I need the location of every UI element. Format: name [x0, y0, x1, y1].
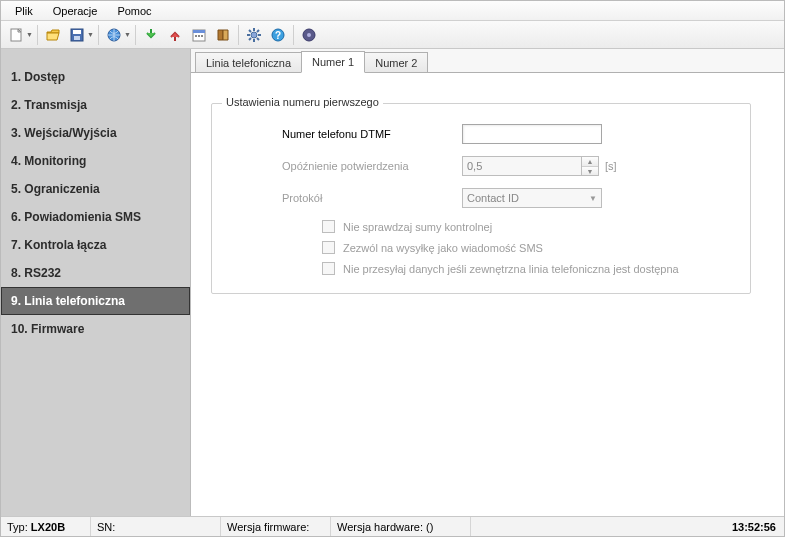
svg-point-24: [307, 33, 311, 37]
status-sn-label: SN:: [97, 521, 115, 533]
menubar: Plik Operacje Pomoc: [1, 1, 784, 21]
menu-operacje[interactable]: Operacje: [43, 3, 108, 19]
sidebar-item-wejscia-wyjscia[interactable]: 3. Wejścia/Wyjścia: [1, 119, 190, 147]
help-icon[interactable]: ?: [267, 24, 289, 46]
chk-sms: [322, 241, 335, 254]
phone-label: Numer telefonu DTMF: [282, 128, 462, 140]
svg-rect-4: [74, 36, 80, 40]
separator: [98, 25, 99, 45]
tab-bar: Linia telefoniczna Numer 1 Numer 2: [191, 49, 784, 73]
delay-label: Opóźnienie potwierdzenia: [282, 160, 462, 172]
phone-input[interactable]: [462, 124, 602, 144]
spin-down-icon: ▼: [582, 166, 598, 175]
toolbar: ▼ ▼ ▼ ?: [1, 21, 784, 49]
upload-icon[interactable]: [164, 24, 186, 46]
sidebar-item-transmisja[interactable]: 2. Transmisja: [1, 91, 190, 119]
sidebar: 1. Dostęp 2. Transmisja 3. Wejścia/Wyjśc…: [1, 49, 191, 516]
separator: [238, 25, 239, 45]
svg-line-17: [249, 30, 251, 32]
status-type-label: Typ:: [7, 521, 28, 533]
svg-text:?: ?: [275, 30, 281, 41]
network-icon[interactable]: [298, 24, 320, 46]
sidebar-item-dostep[interactable]: 1. Dostęp: [1, 63, 190, 91]
tab-numer-2[interactable]: Numer 2: [364, 52, 428, 72]
open-icon[interactable]: [42, 24, 64, 46]
menu-plik[interactable]: Plik: [5, 3, 43, 19]
protocol-value: Contact ID: [467, 192, 519, 204]
chk-linia-dostepna: [322, 262, 335, 275]
main-panel: Linia telefoniczna Numer 1 Numer 2 Ustaw…: [191, 49, 784, 516]
book-icon[interactable]: [212, 24, 234, 46]
sidebar-item-rs232[interactable]: 8. RS232: [1, 259, 190, 287]
protocol-combo: Contact ID ▼: [462, 188, 602, 208]
separator: [37, 25, 38, 45]
delay-spin-buttons: ▲ ▼: [582, 156, 599, 176]
dropdown-icon[interactable]: ▼: [26, 31, 33, 38]
statusbar: Typ: LX20B SN: Wersja firmware: Wersja h…: [1, 516, 784, 536]
sidebar-item-linia-telefoniczna[interactable]: 9. Linia telefoniczna: [1, 287, 190, 315]
dropdown-icon[interactable]: ▼: [124, 31, 131, 38]
chevron-down-icon: ▼: [589, 194, 597, 203]
tab-panel-numer-1: Ustawienia numeru pierwszego Numer telef…: [191, 73, 784, 516]
sidebar-item-kontrola-lacza[interactable]: 7. Kontrola łącza: [1, 231, 190, 259]
groupbox-legend: Ustawienia numeru pierwszego: [222, 96, 383, 108]
svg-line-18: [257, 38, 259, 40]
delay-unit: [s]: [605, 160, 617, 172]
download-icon[interactable]: [140, 24, 162, 46]
calendar-icon[interactable]: [188, 24, 210, 46]
status-clock: 13:52:56: [724, 521, 784, 533]
sidebar-item-ograniczenia[interactable]: 5. Ograniczenia: [1, 175, 190, 203]
chk-linia-dostepna-label: Nie przesyłaj danych jeśli zewnętrzna li…: [343, 263, 679, 275]
separator: [293, 25, 294, 45]
svg-rect-10: [198, 35, 200, 37]
new-icon[interactable]: [5, 24, 27, 46]
globe-icon[interactable]: [103, 24, 125, 46]
save-icon[interactable]: [66, 24, 88, 46]
svg-rect-7: [193, 30, 205, 33]
sidebar-item-firmware[interactable]: 10. Firmware: [1, 315, 190, 343]
svg-point-12: [251, 32, 257, 38]
separator: [135, 25, 136, 45]
sidebar-item-monitoring[interactable]: 4. Monitoring: [1, 147, 190, 175]
status-type-value: LX20B: [31, 521, 65, 533]
chk-suma-kontrolna: [322, 220, 335, 233]
status-hw-label: Wersja hardware: (): [337, 521, 433, 533]
svg-rect-11: [201, 35, 203, 37]
dropdown-icon[interactable]: ▼: [87, 31, 94, 38]
tab-numer-1[interactable]: Numer 1: [301, 51, 365, 73]
sidebar-item-powiadomienia-sms[interactable]: 6. Powiadomienia SMS: [1, 203, 190, 231]
gear-icon[interactable]: [243, 24, 265, 46]
svg-rect-3: [73, 30, 81, 34]
groupbox-ustawienia-numeru: Ustawienia numeru pierwszego Numer telef…: [211, 103, 751, 294]
svg-rect-9: [195, 35, 197, 37]
svg-line-20: [249, 38, 251, 40]
svg-line-19: [257, 30, 259, 32]
menu-pomoc[interactable]: Pomoc: [107, 3, 161, 19]
tab-linia-telefoniczna[interactable]: Linia telefoniczna: [195, 52, 302, 72]
chk-suma-kontrolna-label: Nie sprawdzaj sumy kontrolnej: [343, 221, 492, 233]
status-fw-label: Wersja firmware:: [227, 521, 309, 533]
protocol-label: Protokół: [282, 192, 462, 204]
chk-sms-label: Zezwól na wysyłkę jako wiadomość SMS: [343, 242, 543, 254]
spin-up-icon: ▲: [582, 157, 598, 166]
delay-spinner: 0,5: [462, 156, 582, 176]
